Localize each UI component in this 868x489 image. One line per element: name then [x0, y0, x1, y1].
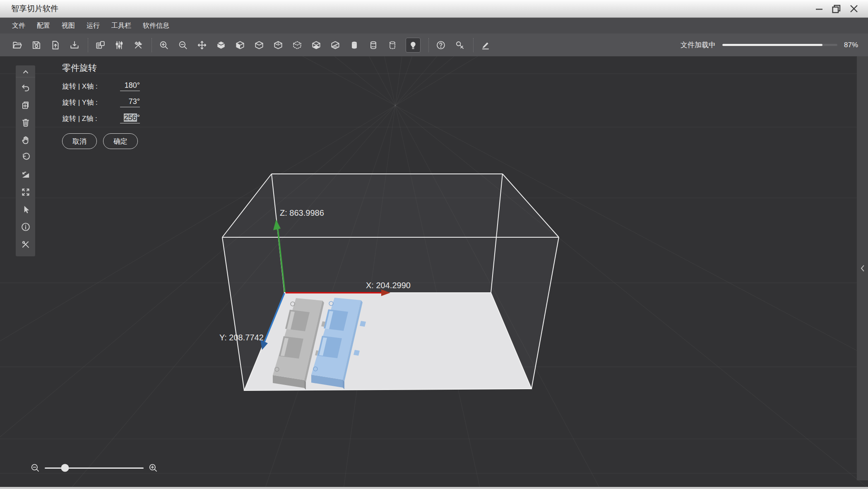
view-hidden-line-icon[interactable] [272, 39, 284, 51]
panel-title: 零件旋转 [62, 62, 140, 74]
view-bottom-face-icon[interactable] [310, 39, 322, 51]
view-section-icon[interactable] [329, 39, 341, 51]
delete-button[interactable] [16, 114, 35, 131]
toolbar-separator [88, 38, 89, 52]
light-toggle-icon[interactable] [406, 38, 421, 53]
save-file-icon[interactable] [31, 39, 42, 51]
bottom-edge-bar [0, 487, 868, 489]
license-key-icon[interactable] [454, 39, 465, 51]
menu-file[interactable]: 文件 [12, 22, 25, 30]
view-face-icon[interactable] [234, 39, 245, 51]
axis-x-label: X: 204.2990 [366, 281, 411, 290]
loading-label: 文件加载中 [680, 40, 716, 50]
import-model-icon[interactable] [50, 39, 61, 51]
close-icon [847, 2, 861, 15]
axis-y-label: Y: 208.7742 [219, 333, 264, 342]
menu-toolbar[interactable]: 工具栏 [111, 22, 131, 30]
restore-icon [830, 2, 843, 15]
menu-view[interactable]: 视图 [62, 22, 75, 30]
rotation-row-z: 旋转 | Z轴 : 256° [62, 113, 140, 123]
chevron-left-icon [860, 264, 866, 272]
zoom-out-icon[interactable] [177, 39, 188, 51]
cylinder-wireframe-icon[interactable] [368, 39, 379, 51]
toolbar-separator [473, 38, 474, 52]
lay-flat-icon [20, 169, 31, 180]
parameter-settings-icon[interactable] [113, 39, 125, 51]
duplicate-button[interactable] [16, 96, 35, 114]
app-chrome: 智享切片软件 文件 配置 视图 运行 工具栏 软件信息 [0, 0, 868, 56]
rotation-z-label: 旋转 | Z轴 : [62, 114, 120, 123]
rotation-x-input[interactable]: 180° [120, 81, 140, 91]
lay-flat-button[interactable] [16, 166, 35, 183]
zoom-in-slider-button[interactable] [148, 463, 159, 473]
hand-icon [20, 135, 31, 145]
view-wireframe-icon[interactable] [253, 39, 264, 51]
annotate-pen-icon[interactable] [480, 39, 491, 51]
open-file-icon[interactable] [12, 39, 23, 51]
viewport-zoom-control [30, 461, 159, 475]
rotation-row-y: 旋转 | Y轴 : 73° [62, 97, 140, 107]
cylinder-dotted-icon[interactable] [387, 39, 398, 51]
cursor-icon [20, 204, 31, 215]
selected-text: 256 [124, 113, 137, 122]
tools-icon[interactable] [132, 39, 144, 51]
zoom-slider-track[interactable] [45, 467, 144, 469]
help-icon[interactable] [435, 39, 446, 51]
collapse-up-button[interactable] [16, 66, 35, 77]
toolbar-separator [428, 38, 429, 52]
zoom-out-slider-button[interactable] [30, 463, 41, 473]
right-panel-toggle[interactable] [857, 56, 868, 480]
pan-button[interactable] [16, 131, 35, 149]
panel-buttons: 取消 确定 [62, 133, 140, 149]
cancel-button[interactable]: 取消 [62, 133, 97, 149]
repair-tools-icon [20, 239, 31, 250]
part-rotation-panel: 零件旋转 旋转 | X轴 : 180° 旋转 | Y轴 : 73° 旋转 | Z… [62, 62, 140, 149]
undo-button[interactable] [16, 79, 35, 96]
menu-software-info[interactable]: 软件信息 [143, 22, 169, 30]
cylinder-solid-icon[interactable] [349, 39, 360, 51]
loading-progress-bar [722, 44, 837, 46]
rotate-button[interactable] [16, 149, 35, 166]
menu-bar: 文件 配置 视图 运行 工具栏 软件信息 [0, 18, 868, 34]
close-button[interactable] [847, 2, 861, 15]
loading-percent: 87% [844, 41, 858, 49]
axis-z-label: Z: 863.9986 [280, 208, 324, 217]
progress-fill [722, 44, 822, 46]
zoom-in-icon[interactable] [158, 39, 169, 51]
info-button[interactable] [16, 218, 35, 236]
file-loading-status: 文件加载中 87% [680, 34, 858, 56]
title-bar[interactable]: 智享切片软件 [0, 0, 868, 18]
scale-button[interactable] [16, 183, 35, 201]
rotation-x-label: 旋转 | X轴 : [62, 82, 120, 91]
side-toolbar [16, 65, 35, 256]
minimize-button[interactable] [813, 2, 826, 15]
move-view-icon[interactable] [196, 39, 207, 51]
select-button[interactable] [16, 201, 35, 218]
trash-icon [20, 117, 31, 128]
rotation-y-label: 旋转 | Y轴 : [62, 98, 120, 107]
menu-config[interactable]: 配置 [37, 22, 50, 30]
machine-settings-icon[interactable] [94, 39, 106, 51]
rotation-y-input[interactable]: 73° [120, 97, 140, 107]
zoom-out-icon [30, 463, 41, 473]
info-icon [20, 222, 31, 232]
rotation-row-x: 旋转 | X轴 : 180° [62, 81, 140, 91]
zoom-slider-handle[interactable] [61, 464, 69, 472]
rotate-ccw-icon [20, 152, 31, 163]
restore-button[interactable] [830, 2, 843, 15]
zoom-in-icon [148, 463, 159, 473]
export-model-icon[interactable] [69, 39, 80, 51]
slicer-app-window: { "window": { "title": "智享切片软件", "contro… [0, 0, 868, 489]
repair-tools-button[interactable] [16, 236, 35, 253]
window-controls [813, 2, 861, 15]
chevron-up-icon [20, 66, 31, 77]
minimize-icon [813, 2, 826, 15]
view-solid-icon[interactable] [215, 39, 226, 51]
toolbar-separator [151, 38, 152, 52]
duplicate-icon [20, 100, 31, 111]
rotation-z-input[interactable]: 256° [120, 113, 140, 123]
window-title: 智享切片软件 [11, 3, 58, 14]
menu-run[interactable]: 运行 [87, 22, 100, 30]
view-dotted-icon[interactable] [291, 39, 303, 51]
confirm-button[interactable]: 确定 [103, 133, 138, 149]
